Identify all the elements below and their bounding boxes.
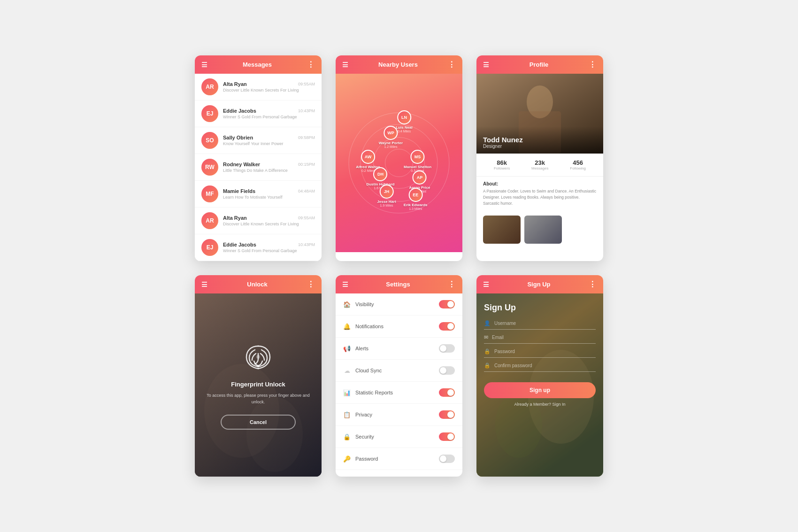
- msg-preview: Winner S Gold From Personal Garbage: [223, 248, 315, 253]
- msg-time: 00:15PM: [298, 162, 315, 167]
- msg-preview: Discover Little Known Secrets For Living: [223, 88, 315, 93]
- confirm-password-input[interactable]: [494, 363, 596, 368]
- setting-label: Visibility: [355, 301, 374, 307]
- msg-content: Alta Ryan 09:55AM Discover Little Known …: [223, 81, 315, 93]
- signup-card: ☰ Sign Up ⋮ Sign Up: [476, 275, 603, 477]
- toggle-switch[interactable]: [439, 344, 455, 353]
- setting-item[interactable]: ☁ Cloud Sync: [336, 360, 462, 382]
- nearby-body: LN Luis Neal 0.4 Miles WP Wayne Porter 1…: [336, 74, 462, 252]
- setting-left: 🔑 Password: [343, 455, 378, 463]
- toggle-switch[interactable]: [439, 366, 455, 375]
- message-list-item[interactable]: EJ Eddie Jacobs 10:43PM Winner S Gold Fr…: [195, 100, 322, 127]
- user-distance: 1.3 Miles: [409, 207, 422, 210]
- message-list-item[interactable]: EJ Eddie Jacobs 10:43PM Winner S Gold Fr…: [195, 234, 322, 261]
- msg-time: 10:43PM: [298, 242, 315, 247]
- messages-title: Messages: [243, 61, 272, 68]
- setting-item[interactable]: 📊 Statistic Reports: [336, 382, 462, 404]
- avatar: RW: [201, 159, 218, 176]
- profile-photo-gallery: [476, 211, 603, 248]
- username-input[interactable]: [494, 321, 596, 326]
- msg-time: 09:58PM: [298, 135, 315, 140]
- nearby-user[interactable]: WP Wayne Porter 1.2 Miles: [379, 126, 403, 148]
- menu-icon[interactable]: ☰: [342, 61, 348, 69]
- username-field[interactable]: 👤: [484, 320, 596, 330]
- more-options-icon[interactable]: ⋮: [448, 60, 456, 69]
- menu-icon[interactable]: ☰: [483, 281, 489, 288]
- msg-top: Sally Obrien 09:58PM: [223, 135, 315, 140]
- followers-label: Followers: [494, 166, 510, 170]
- setting-label: Security: [355, 434, 374, 439]
- setting-item[interactable]: 📋 Privacy: [336, 404, 462, 426]
- avatar: AR: [201, 212, 218, 229]
- email-field[interactable]: ✉: [484, 334, 596, 344]
- message-list-item[interactable]: AR Alta Ryan 09:55AM Discover Little Kno…: [195, 208, 322, 234]
- user-distance: 1.9 Miles: [380, 204, 393, 207]
- nearby-user[interactable]: MS Manuel Shelton 0.5 Miles: [404, 150, 431, 172]
- msg-top: Alta Ryan 09:55AM: [223, 81, 315, 87]
- setting-icon: ☁: [343, 367, 351, 374]
- msg-name: Eddie Jacobs: [223, 242, 256, 247]
- signup-header: ☰ Sign Up ⋮: [476, 275, 603, 293]
- messages-count: 23k: [531, 159, 548, 166]
- user-avatar: WP: [384, 126, 398, 140]
- photo-thumb-2: [524, 216, 562, 244]
- menu-icon[interactable]: ☰: [342, 281, 348, 288]
- menu-icon[interactable]: ☰: [201, 281, 207, 288]
- more-options-icon[interactable]: ⋮: [307, 280, 315, 289]
- more-options-icon[interactable]: ⋮: [589, 280, 597, 289]
- menu-icon[interactable]: ☰: [201, 61, 207, 69]
- user-icon: 👤: [484, 320, 491, 326]
- setting-icon: 📊: [343, 389, 351, 396]
- cancel-button[interactable]: Cancel: [221, 415, 296, 430]
- setting-left: 🔒 Security: [343, 433, 374, 440]
- msg-content: Sally Obrien 09:58PM Know Yourself Your …: [223, 135, 315, 146]
- setting-item[interactable]: 📢 Alerts: [336, 338, 462, 360]
- setting-item[interactable]: 🔒 Security: [336, 426, 462, 448]
- setting-label: Notifications: [355, 324, 384, 329]
- nearby-user[interactable]: EE Erik Edwards 1.3 Miles: [404, 188, 428, 210]
- user-avatar: MS: [411, 150, 425, 164]
- nearby-card: ☰ Nearby Users ⋮ LN Luis Neal 0.4 Miles …: [336, 55, 462, 261]
- signin-link[interactable]: Already a Member? Sign In: [484, 402, 596, 407]
- about-text: A Passionate Coder. Loves to Swim and Da…: [483, 188, 597, 206]
- user-avatar: EE: [408, 188, 422, 202]
- confirm-password-field[interactable]: 🔒: [484, 362, 596, 372]
- more-options-icon[interactable]: ⋮: [448, 280, 456, 289]
- setting-item[interactable]: 🔑 Password: [336, 448, 462, 470]
- profile-title: Profile: [529, 61, 548, 68]
- user-name: Wayne Porter: [379, 141, 403, 145]
- lock-icon: 🔒: [484, 348, 491, 355]
- msg-time: 09:55AM: [298, 216, 315, 220]
- toggle-switch[interactable]: [439, 300, 455, 308]
- email-input[interactable]: [492, 335, 596, 340]
- msg-top: Alta Ryan 09:55AM: [223, 215, 315, 221]
- message-list-item[interactable]: SO Sally Obrien 09:58PM Know Yourself Yo…: [195, 127, 322, 154]
- toggle-switch[interactable]: [439, 432, 455, 441]
- setting-item[interactable]: 🏠 Visibility: [336, 293, 462, 316]
- settings-header: ☰ Settings ⋮: [336, 275, 462, 293]
- nearby-user[interactable]: JH Jesse Hart 1.9 Miles: [377, 185, 396, 207]
- message-list-item[interactable]: RW Rodney Walker 00:15PM Little Things D…: [195, 154, 322, 181]
- toggle-switch[interactable]: [439, 322, 455, 331]
- toggle-switch[interactable]: [439, 410, 455, 419]
- stat-following: 456 Following: [570, 159, 586, 170]
- more-options-icon[interactable]: ⋮: [307, 60, 315, 69]
- menu-icon[interactable]: ☰: [483, 61, 489, 69]
- signup-button[interactable]: Sign up: [484, 382, 596, 398]
- toggle-switch[interactable]: [439, 455, 455, 463]
- password-input[interactable]: [494, 349, 596, 354]
- more-options-icon[interactable]: ⋮: [589, 60, 597, 69]
- toggle-switch[interactable]: [439, 388, 455, 397]
- message-list-item[interactable]: MF Mamie Fields 04:48AM Learn How To Mot…: [195, 181, 322, 208]
- nearby-header: ☰ Nearby Users ⋮: [336, 55, 462, 74]
- password-field[interactable]: 🔒: [484, 348, 596, 358]
- settings-list: 🏠 Visibility 🔔 Notifications 📢 Alerts ☁ …: [336, 293, 462, 470]
- message-list-item[interactable]: AR Alta Ryan 09:55AM Discover Little Kno…: [195, 74, 322, 100]
- msg-top: Eddie Jacobs 10:43PM: [223, 242, 315, 247]
- setting-icon: 🏠: [343, 301, 351, 308]
- svg-point-6: [256, 355, 260, 359]
- profile-name: Todd Nunez: [483, 136, 597, 144]
- msg-top: Mamie Fields 04:48AM: [223, 188, 315, 194]
- lock-icon-2: 🔒: [484, 362, 491, 369]
- setting-item[interactable]: 🔔 Notifications: [336, 316, 462, 338]
